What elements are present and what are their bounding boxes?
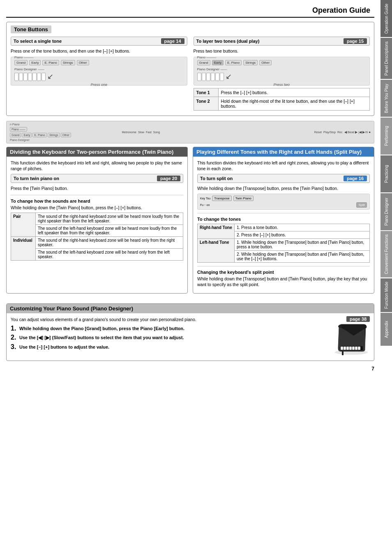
tone-buttons-title: Tone Buttons bbox=[11, 25, 51, 33]
tone-table: Tone 1 Press the [–] [+] buttons. Tone 2… bbox=[194, 88, 370, 111]
piano-designer-icon bbox=[333, 324, 370, 356]
change-tones-label: To change the tones bbox=[197, 217, 370, 222]
twin-piano-on-body: Press the [Twin Piano] button. bbox=[11, 185, 183, 192]
layer-tones-col: To layer two tones (dual play) page 15 P… bbox=[194, 37, 370, 112]
svg-rect-5 bbox=[349, 347, 352, 350]
single-tone-page: page 14 bbox=[161, 38, 184, 44]
split-on-header: To turn split on page 16 bbox=[197, 174, 370, 183]
table-row: Tone 2 Hold down the right-most of the l… bbox=[194, 97, 370, 110]
sidebar-tab-practicing[interactable]: Practicing bbox=[380, 155, 392, 192]
step-1-num: 1. bbox=[11, 325, 17, 332]
svg-rect-8 bbox=[358, 347, 360, 350]
single-tone-col: To select a single tone page 14 Press on… bbox=[11, 37, 187, 112]
twin-piano-body: This function divides the keyboard into … bbox=[11, 160, 183, 172]
twin-piano-section: Dividing the Keyboard for Two-person Per… bbox=[6, 147, 188, 294]
change-sounds-label: To change how the sounds are heard bbox=[11, 199, 183, 204]
right-hand-label: Right-hand Tone bbox=[198, 224, 235, 238]
main-content: Operation Guide Tone Buttons To select a… bbox=[0, 0, 380, 376]
split-play-title: Playing Different Tones with the Right a… bbox=[193, 147, 374, 157]
layer-tones-body: Press two tone buttons. bbox=[194, 48, 370, 54]
keyboard-panel-strip: n Piano Piano —— Grand Early E. Piano St… bbox=[6, 121, 374, 143]
single-tone-body: Press one of the tone buttons, and then … bbox=[11, 48, 187, 54]
sidebar-tab-function-mode[interactable]: Function Mode bbox=[380, 278, 392, 312]
right-hand-value-2: 2. Press the [–] [+] buttons. bbox=[235, 231, 370, 238]
step-3-num: 3. bbox=[11, 344, 17, 350]
step-1: 1. While holding down the Piano [Grand] … bbox=[11, 325, 329, 332]
tone-buttons-section: Tone Buttons To select a single tone pag… bbox=[6, 22, 374, 116]
tone1-label: Tone 1 bbox=[194, 88, 218, 97]
svg-rect-7 bbox=[355, 347, 357, 350]
piano-designer-body: You can adjust various elements of a gra… bbox=[11, 317, 329, 323]
tone2-value: Hold down the right-most of the lit tone… bbox=[218, 97, 370, 110]
right-hand-row: Right-hand Tone 1. Press a tone button. bbox=[198, 224, 370, 231]
pair-label: Pair bbox=[11, 213, 36, 237]
individual-label: Individual bbox=[11, 237, 36, 261]
split-point-label: Changing the keyboard's split point bbox=[197, 270, 370, 275]
pair-row: Pair The sound of the right-hand keyboar… bbox=[11, 213, 183, 225]
change-tones-table: Right-hand Tone 1. Press a tone button. … bbox=[197, 224, 370, 263]
step-2: 2. Use the [◀] [▶] (Slow/Fast) buttons t… bbox=[11, 334, 329, 341]
layer-tones-header: To layer two tones (dual play) page 15 bbox=[194, 37, 370, 46]
individual-row-2: The sound of the left-hand keyboard zone… bbox=[11, 249, 183, 261]
press-one-label: Press one bbox=[14, 83, 184, 87]
sidebar-tab-operation-guide[interactable]: Operation Guide bbox=[380, 0, 392, 37]
svg-rect-9 bbox=[342, 351, 344, 355]
piano-designer-right: page 38 bbox=[329, 317, 370, 357]
bottom-sections: Dividing the Keyboard for Two-person Per… bbox=[6, 147, 374, 298]
single-tone-label: To select a single tone bbox=[14, 39, 62, 44]
svg-rect-2 bbox=[341, 347, 343, 350]
step-2-text: Use the [◀] [▶] (Slow/Fast) buttons to s… bbox=[19, 334, 184, 341]
tone2-label: Tone 2 bbox=[194, 97, 218, 110]
piano-buttons-row: Grand Early E. Piano Strings Other bbox=[14, 60, 89, 65]
page-number: 7 bbox=[6, 366, 374, 372]
pair-value-2: The sound of the left-hand keyboard zone… bbox=[36, 225, 183, 237]
page-title: Operation Guide bbox=[6, 4, 374, 18]
change-sounds-body: While holding down the [Twin Piano] butt… bbox=[11, 205, 183, 211]
sidebar-tab-panel-descriptions[interactable]: Panel Descriptions bbox=[380, 38, 392, 79]
individual-value-2: The sound of the left-hand keyboard zone… bbox=[36, 249, 183, 261]
step-2-num: 2. bbox=[11, 334, 17, 341]
sidebar-tab-appendix[interactable]: Appendix bbox=[380, 313, 392, 346]
tone-buttons-columns: To select a single tone page 14 Press on… bbox=[11, 37, 370, 112]
pair-value-1: The sound of the right-hand keyboard zon… bbox=[36, 213, 183, 225]
individual-value-1: The sound of the right-hand keyboard zon… bbox=[36, 237, 183, 249]
press-two-arrow: ↙ bbox=[226, 72, 232, 81]
sidebar-tab-piano-designer[interactable]: Piano Designer bbox=[380, 193, 392, 230]
twin-piano-title: Dividing the Keyboard for Two-person Per… bbox=[7, 147, 187, 157]
press-two-label: Press two bbox=[197, 83, 367, 87]
split-illustration: Key Tou Transpose Twin Piano Fu ↑ on Spl… bbox=[197, 194, 370, 210]
right-hand-value-1: 1. Press a tone button. bbox=[235, 224, 370, 231]
sidebar-tab-convenient-functions[interactable]: Convenient Functions bbox=[380, 231, 392, 278]
piano-label-row: Piano ——— bbox=[14, 56, 34, 59]
split-play-section: Playing Different Tones with the Right a… bbox=[193, 147, 374, 294]
table-row: Tone 1 Press the [–] [+] buttons. bbox=[194, 88, 370, 97]
sidebar-tab-performing[interactable]: Performing bbox=[380, 118, 392, 155]
split-play-body: This function divides the keyboard into … bbox=[197, 160, 370, 172]
piano-keys bbox=[14, 73, 46, 81]
pair-individual-table: Pair The sound of the right-hand keyboar… bbox=[11, 213, 183, 261]
twin-piano-on-page: page 20 bbox=[157, 176, 180, 181]
split-on-body: While holding down the [Transpose] butto… bbox=[197, 185, 370, 192]
left-hand-label: Left-hand Tone bbox=[198, 238, 235, 262]
press-arrow: ↙ bbox=[47, 72, 53, 81]
split-on-label: To turn split on bbox=[200, 176, 233, 181]
layer-tones-page: page 15 bbox=[344, 38, 367, 44]
single-tone-illustration: Piano ——— Grand Early E. Piano Strings O… bbox=[11, 57, 187, 86]
layer-tone-illustration: Piano ——— Grand Early E. Piano Strings O… bbox=[194, 57, 370, 86]
left-hand-row: Left-hand Tone 1. While holding down the… bbox=[198, 238, 370, 250]
split-point-body: While holding down the [Transpose] butto… bbox=[197, 276, 370, 288]
step-1-text: While holding down the Piano [Grand] but… bbox=[19, 325, 184, 332]
step-3: 3. Use the [–] [+] buttons to adjust the… bbox=[11, 344, 329, 351]
pair-row-2: The sound of the left-hand keyboard zone… bbox=[11, 225, 183, 237]
sidebar-tab-before-you-play[interactable]: Before You Play bbox=[380, 80, 392, 117]
split-on-page: page 16 bbox=[344, 176, 367, 181]
svg-rect-4 bbox=[346, 347, 349, 350]
individual-row: Individual The sound of the right-hand k… bbox=[11, 237, 183, 249]
single-tone-header: To select a single tone page 14 bbox=[11, 37, 187, 46]
twin-piano-on-header: To turn twin piano on page 20 bbox=[11, 174, 183, 183]
sidebar: Operation Guide Panel Descriptions Befor… bbox=[380, 0, 392, 555]
layer-tones-label: To layer two tones (dual play) bbox=[196, 39, 260, 44]
svg-rect-3 bbox=[344, 347, 346, 350]
piano-designer-title: Customizing Your Piano Sound (Piano Desi… bbox=[7, 304, 374, 313]
step-3-text: Use the [–] [+] buttons to adjust the va… bbox=[19, 344, 109, 351]
